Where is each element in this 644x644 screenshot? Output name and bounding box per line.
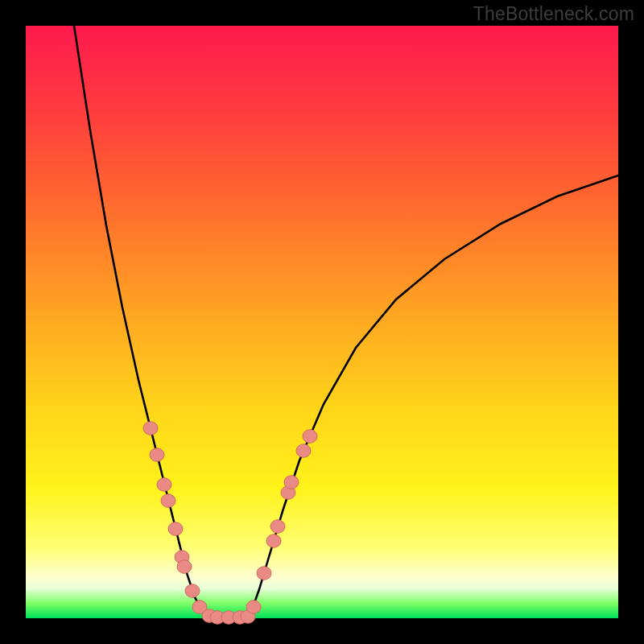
data-dot <box>161 494 175 508</box>
data-dot <box>257 567 271 580</box>
data-dot <box>270 520 285 534</box>
data-dot <box>143 422 158 436</box>
data-dot <box>246 601 261 614</box>
data-dot <box>296 444 311 458</box>
bottleneck-curve <box>74 26 618 617</box>
data-dot <box>177 560 192 574</box>
data-dot <box>303 430 317 444</box>
data-dot <box>185 584 200 598</box>
data-dot <box>266 535 281 548</box>
watermark-text: TheBottleneck.com <box>473 3 634 25</box>
data-dots <box>143 422 317 625</box>
data-dot <box>284 476 299 489</box>
plot-area <box>26 26 618 618</box>
data-dot <box>157 478 171 492</box>
data-dot <box>168 522 183 536</box>
chart-frame: TheBottleneck.com <box>0 0 644 644</box>
curve-layer <box>26 26 618 618</box>
data-dot <box>150 448 164 462</box>
